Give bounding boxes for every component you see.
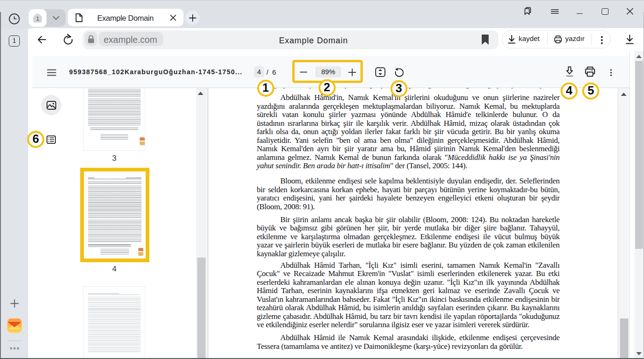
svg-text:1: 1 — [36, 15, 39, 22]
